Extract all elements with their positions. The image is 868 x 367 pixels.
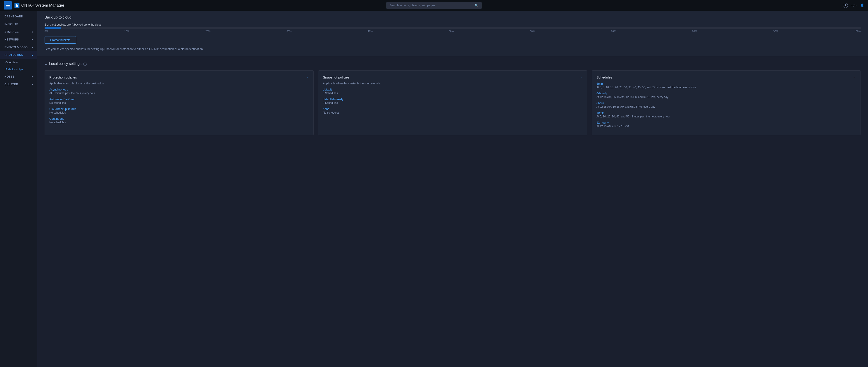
info-icon[interactable]: i xyxy=(83,62,87,66)
policy-cards: Protection policies → Applicable when th… xyxy=(44,70,861,135)
sidebar-item-protection[interactable]: PROTECTION ▴ xyxy=(0,51,37,59)
protection-policies-subtitle: Applicable when this cluster is the dest… xyxy=(49,82,309,85)
progress-bar-fill xyxy=(44,27,61,29)
policy-detail-none: No schedules xyxy=(323,111,583,114)
policy-name-continuous[interactable]: Continuous xyxy=(49,117,309,120)
chevron-down-icon: ▾ xyxy=(32,38,33,41)
sidebar-item-network[interactable]: NETWORK ▾ xyxy=(0,36,37,43)
schedule-detail-10min: At 0, 10, 20, 30, 40, and 50 minutes pas… xyxy=(596,115,856,118)
list-item: Asynchronous At 5 minutes past the hour,… xyxy=(49,88,309,95)
sidebar-sub-item-relationships[interactable]: Relationships xyxy=(0,66,37,73)
list-item: none No schedules xyxy=(323,107,583,114)
app-logo: ONTAP System Manager xyxy=(14,3,64,8)
collapse-icon: ▲ xyxy=(44,62,47,65)
protect-description: Lets you select specific buckets for set… xyxy=(44,47,861,51)
protect-buckets-button[interactable]: Protect buckets xyxy=(44,36,76,44)
app-title: ONTAP System Manager xyxy=(21,3,64,8)
sidebar-sub-item-overview[interactable]: Overview xyxy=(0,59,37,66)
sidebar-item-storage[interactable]: STORAGE ▾ xyxy=(0,28,37,36)
list-item: 10min At 0, 10, 20, 30, 40, and 50 minut… xyxy=(596,111,856,118)
list-item: CloudBackupDefault No schedules xyxy=(49,107,309,114)
cloud-backup-title: Back up to cloud xyxy=(44,16,861,20)
policy-section: ▲ Local policy settings i Protection pol… xyxy=(37,56,868,141)
list-item: 5min At 0, 5, 10, 15, 20, 25, 30, 35, 40… xyxy=(596,82,856,89)
chevron-down-icon: ▾ xyxy=(32,46,33,49)
snapshot-policies-card: Snapshot policies → Applicable when this… xyxy=(318,70,587,135)
schedule-name-8hour[interactable]: 8hour xyxy=(596,101,856,105)
cloud-backup-section: Back up to cloud 2 of the 2 buckets aren… xyxy=(37,11,868,56)
policy-detail-cloudbackupdefault: No schedules xyxy=(49,111,309,114)
policy-name-asynchronous[interactable]: Asynchronous xyxy=(49,88,309,91)
list-item: default-1weekly 3 Schedules xyxy=(323,97,583,104)
schedule-detail-12hourly: At 12:15 AM and 12:15 PM... xyxy=(596,125,856,128)
search-icon: 🔍 xyxy=(475,4,478,7)
main-content: Back up to cloud 2 of the 2 buckets aren… xyxy=(37,11,868,367)
svg-rect-3 xyxy=(16,4,17,7)
list-item: AutomatedFailOver No schedules xyxy=(49,97,309,104)
schedule-name-12hourly[interactable]: 12-hourly xyxy=(596,121,856,124)
sidebar-item-dashboard[interactable]: DASHBOARD xyxy=(0,13,37,20)
policy-detail-automatedfailover: No schedules xyxy=(49,101,309,104)
search-input[interactable] xyxy=(390,4,475,7)
policy-detail-continuous: No schedules xyxy=(49,121,309,124)
schedules-title: Schedules xyxy=(596,75,612,79)
schedules-card: Schedules → 5min At 0, 5, 10, 15, 20, 25… xyxy=(592,70,861,135)
schedule-name-6hourly[interactable]: 6-hourly xyxy=(596,92,856,95)
topbar: ONTAP System Manager 🔍 ? </> 👤 xyxy=(0,0,868,11)
snapshot-policies-arrow[interactable]: → xyxy=(579,75,583,79)
schedule-detail-8hour: At 02:15 AM, 10:15 AM and 06:15 PM, ever… xyxy=(596,105,856,109)
schedule-name-10min[interactable]: 10min xyxy=(596,111,856,115)
progress-bar-track xyxy=(44,27,861,29)
policy-name-default[interactable]: default xyxy=(323,88,583,91)
topbar-icons: ? </> 👤 xyxy=(843,3,864,8)
snapshot-policies-subtitle: Applicable when this cluster is the sour… xyxy=(323,82,583,85)
policy-section-header[interactable]: ▲ Local policy settings i xyxy=(44,62,861,66)
protection-policies-card: Protection policies → Applicable when th… xyxy=(44,70,314,135)
sidebar-item-events-jobs[interactable]: EVENTS & JOBS ▾ xyxy=(0,43,37,51)
svg-rect-0 xyxy=(6,4,10,4)
policy-name-automatedfailover[interactable]: AutomatedFailOver xyxy=(49,97,309,101)
menu-button[interactable] xyxy=(4,1,12,9)
chevron-down-icon: ▾ xyxy=(32,83,33,86)
snapshot-policies-list: default 3 Schedules default-1weekly 3 Sc… xyxy=(323,88,583,117)
policy-name-none[interactable]: none xyxy=(323,107,583,111)
schedule-detail-5min: At 0, 5, 10, 15, 20, 25, 30, 35, 40, 45,… xyxy=(596,86,856,89)
sidebar: DASHBOARD INSIGHTS STORAGE ▾ NETWORK ▾ E… xyxy=(0,11,37,367)
protection-policies-header: Protection policies → xyxy=(49,75,309,79)
chevron-up-icon: ▴ xyxy=(32,54,33,56)
policy-name-cloudbackupdefault[interactable]: CloudBackupDefault xyxy=(49,107,309,111)
help-icon[interactable]: ? xyxy=(843,3,848,8)
sidebar-item-cluster[interactable]: CLUSTER ▾ xyxy=(0,81,37,88)
schedule-detail-6hourly: At 12:15 AM, 06:15 AM, 12:15 PM and 06:1… xyxy=(596,95,856,99)
chevron-down-icon: ▾ xyxy=(32,75,33,78)
list-item: 8hour At 02:15 AM, 10:15 AM and 06:15 PM… xyxy=(596,101,856,109)
schedules-list: 5min At 0, 5, 10, 15, 20, 25, 30, 35, 40… xyxy=(596,82,856,130)
svg-rect-4 xyxy=(17,5,18,7)
snapshot-policies-title: Snapshot policies xyxy=(323,75,350,79)
protection-policies-arrow[interactable]: → xyxy=(305,75,309,79)
policy-detail-default: 3 Schedules xyxy=(323,92,583,95)
user-icon[interactable]: 👤 xyxy=(860,3,864,7)
progress-status: 2 of the 2 buckets aren't backed up to t… xyxy=(44,23,861,26)
schedules-header: Schedules → xyxy=(596,75,856,79)
policy-detail-default-1weekly: 3 Schedules xyxy=(323,101,583,104)
code-icon[interactable]: </> xyxy=(851,3,857,7)
chevron-down-icon: ▾ xyxy=(32,31,33,33)
policy-section-title: Local policy settings xyxy=(49,62,82,66)
sidebar-item-hosts[interactable]: HOSTS ▾ xyxy=(0,73,37,81)
search-bar[interactable]: 🔍 xyxy=(386,2,482,9)
list-item: 6-hourly At 12:15 AM, 06:15 AM, 12:15 PM… xyxy=(596,92,856,99)
svg-rect-2 xyxy=(6,6,10,7)
snapshot-policies-header: Snapshot policies → xyxy=(323,75,583,79)
schedules-arrow[interactable]: → xyxy=(852,75,856,79)
list-item: default 3 Schedules xyxy=(323,88,583,95)
svg-rect-1 xyxy=(6,5,10,6)
list-item: 12-hourly At 12:15 AM and 12:15 PM... xyxy=(596,121,856,128)
protection-policies-title: Protection policies xyxy=(49,75,77,79)
schedule-name-5min[interactable]: 5min xyxy=(596,82,856,85)
protection-policies-list: Asynchronous At 5 minutes past the hour,… xyxy=(49,88,309,127)
progress-labels: 0% 10% 20% 30% 40% 50% 60% 70% 80% 90% 1… xyxy=(44,30,861,33)
policy-name-default-1weekly[interactable]: default-1weekly xyxy=(323,97,583,101)
sidebar-item-insights[interactable]: INSIGHTS xyxy=(0,20,37,28)
list-item: Continuous No schedules xyxy=(49,117,309,124)
